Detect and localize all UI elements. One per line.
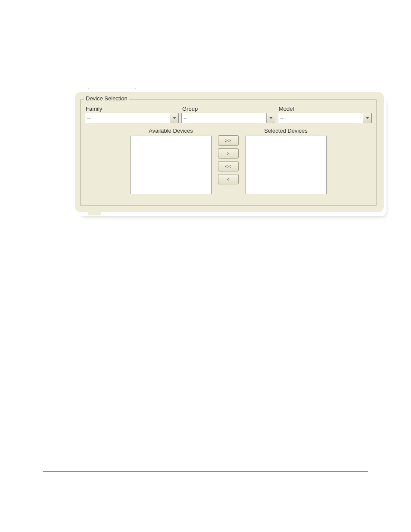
group-combo[interactable]: -- [181, 113, 275, 123]
add-all-button[interactable]: >> [218, 135, 239, 146]
transfer-buttons: >> > << < [218, 128, 239, 194]
chevron-down-icon [269, 117, 273, 119]
panel-stub-bottom [88, 212, 101, 215]
available-devices-label: Available Devices [149, 128, 193, 134]
model-combo-button[interactable] [363, 113, 371, 123]
group-column: Group -- [181, 106, 275, 123]
family-combo-button[interactable] [170, 113, 178, 123]
remove-all-button[interactable]: << [218, 161, 239, 171]
family-combo[interactable]: -- [85, 113, 179, 123]
divider-top [43, 54, 368, 54]
divider-bottom [43, 471, 368, 472]
device-selection-panel: Device Selection Family -- Group -- [75, 92, 384, 212]
model-label: Model [278, 106, 372, 112]
selected-devices-list[interactable] [246, 136, 327, 194]
spacer [333, 128, 372, 194]
spacer [85, 128, 124, 194]
model-column: Model -- [278, 106, 372, 123]
available-column: Available Devices [128, 128, 214, 194]
selected-devices-label: Selected Devices [264, 128, 307, 134]
group-label: Group [181, 106, 275, 112]
transfer-area: Available Devices >> > << < Selected Dev… [81, 128, 376, 199]
fieldset-legend: Device Selection [84, 95, 129, 102]
chevron-down-icon [173, 117, 176, 119]
family-label: Family [85, 106, 179, 112]
model-combo[interactable]: -- [278, 113, 372, 123]
family-combo-value: -- [85, 115, 170, 121]
chevron-down-icon [366, 117, 369, 119]
add-button[interactable]: > [218, 148, 239, 159]
tab-stub [88, 88, 136, 92]
device-selection-fieldset: Device Selection Family -- Group -- [80, 99, 377, 206]
selected-column: Selected Devices [243, 128, 329, 194]
model-combo-value: -- [278, 115, 363, 121]
group-combo-value: -- [182, 115, 266, 121]
family-column: Family -- [85, 106, 179, 123]
filter-row: Family -- Group -- Model [81, 100, 376, 128]
group-combo-button[interactable] [266, 113, 275, 123]
remove-button[interactable]: < [218, 174, 239, 184]
available-devices-list[interactable] [131, 136, 212, 194]
